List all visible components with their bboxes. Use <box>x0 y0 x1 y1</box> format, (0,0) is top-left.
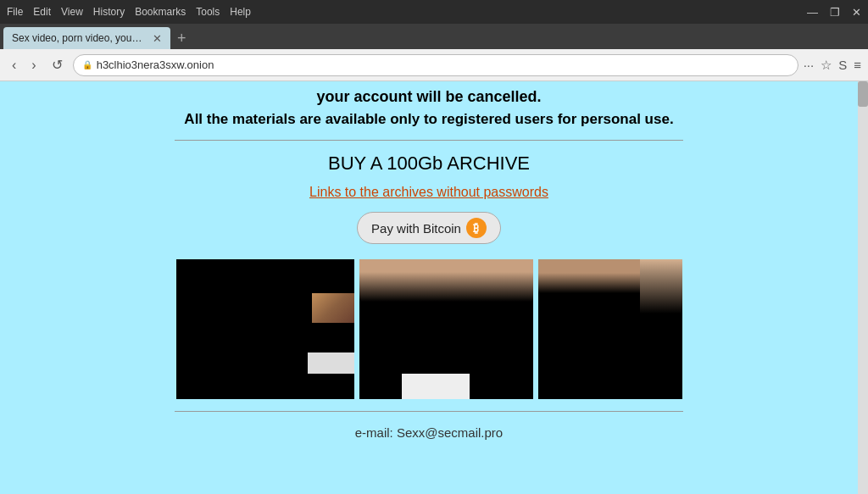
scrollbar[interactable] <box>858 81 868 494</box>
image-patch-2b <box>402 374 470 399</box>
title-bar: File Edit View History Bookmarks Tools H… <box>0 0 868 24</box>
menu-tools[interactable]: Tools <box>196 6 220 18</box>
top-divider <box>175 140 683 141</box>
close-button[interactable]: ✕ <box>852 6 861 19</box>
menu-file[interactable]: File <box>7 6 23 18</box>
materials-notice-text: All the materials are available only to … <box>184 111 673 128</box>
more-options-icon[interactable]: ··· <box>804 58 815 72</box>
nav-bar: ‹ › ↺ 🔒 h3clhio3nera3sxw.onion ··· ☆ S ≡ <box>0 49 868 81</box>
sync-icon[interactable]: S <box>838 58 847 72</box>
bookmark-icon[interactable]: ☆ <box>821 58 832 73</box>
email-text: e-mail: Sexx@secmail.pro <box>355 425 503 440</box>
tab-title: Sex video, porn video, young porn... <box>12 32 147 44</box>
menu-view[interactable]: View <box>61 6 83 18</box>
window-controls: — ❐ ✕ <box>807 6 861 19</box>
minimize-button[interactable]: — <box>807 6 818 19</box>
content-area: your account will be cancelled. All the … <box>0 81 868 457</box>
bitcoin-button-label: Pay with Bitcoin <box>371 221 461 236</box>
menu-history[interactable]: History <box>93 6 125 18</box>
image-block-2 <box>359 259 533 399</box>
menu-bar: File Edit View History Bookmarks Tools H… <box>7 6 251 18</box>
account-warning-text: your account will be cancelled. <box>316 88 541 106</box>
bitcoin-icon: ₿ <box>466 218 487 238</box>
image-patch-1a <box>312 293 354 323</box>
menu-help[interactable]: Help <box>230 6 251 18</box>
menu-edit[interactable]: Edit <box>33 6 51 18</box>
forward-button[interactable]: › <box>26 56 41 75</box>
image-patch-2a <box>359 259 533 302</box>
restore-button[interactable]: ❐ <box>830 6 840 19</box>
back-button[interactable]: ‹ <box>7 56 21 75</box>
nav-right-icons: ··· ☆ S ≡ <box>804 58 861 73</box>
new-tab-button[interactable]: + <box>174 27 190 49</box>
archive-link[interactable]: Links to the archives without passwords <box>309 185 548 200</box>
images-row <box>176 259 682 399</box>
buy-heading: BUY A 100Gb ARCHIVE <box>328 153 530 175</box>
image-block-3 <box>538 259 682 399</box>
menu-bookmarks[interactable]: Bookmarks <box>135 6 186 18</box>
tab-bar: Sex video, porn video, young porn... ✕ + <box>0 24 868 49</box>
image-patch-3b <box>640 259 682 327</box>
secure-icon: 🔒 <box>82 60 92 69</box>
menu-icon[interactable]: ≡ <box>854 58 861 72</box>
tab-close-button[interactable]: ✕ <box>153 32 162 45</box>
image-composite-2 <box>359 259 533 399</box>
url-bar[interactable]: 🔒 h3clhio3nera3sxw.onion <box>73 54 798 76</box>
image-composite-3 <box>538 259 682 399</box>
scrollbar-thumb[interactable] <box>858 81 868 107</box>
url-text: h3clhio3nera3sxw.onion <box>97 58 214 71</box>
active-tab[interactable]: Sex video, porn video, young porn... ✕ <box>3 27 170 49</box>
reload-button[interactable]: ↺ <box>47 55 68 75</box>
page-content: your account will be cancelled. All the … <box>0 81 868 494</box>
image-block-1 <box>176 259 354 399</box>
image-composite-1 <box>176 259 354 399</box>
image-patch-1b <box>308 352 354 374</box>
pay-with-bitcoin-button[interactable]: Pay with Bitcoin ₿ <box>357 212 501 244</box>
bottom-divider <box>175 411 683 412</box>
